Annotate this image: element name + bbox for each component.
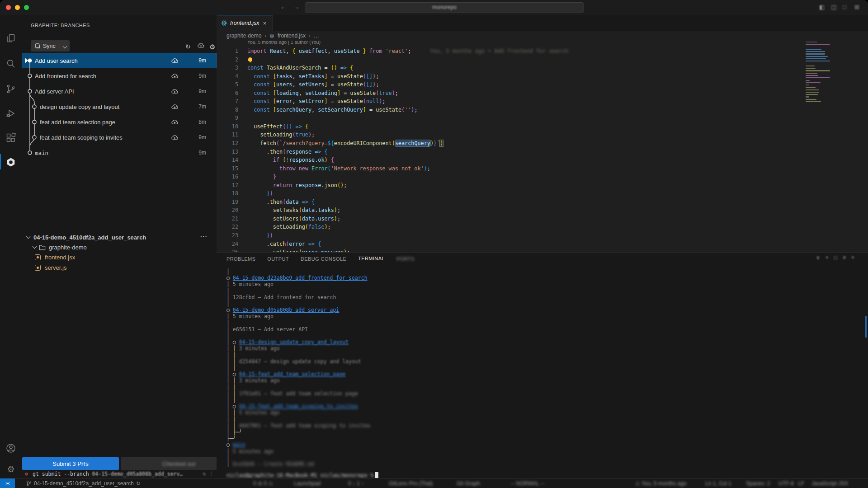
- branch-link[interactable]: 04-15-demo_d23a8be9_add_frontend_for_sea…: [233, 275, 368, 281]
- branch-link[interactable]: main: [233, 441, 245, 448]
- branch-link[interactable]: 04-15-feat_add_team_scoping_to_invites: [239, 403, 358, 409]
- gear-icon[interactable]: ⚙: [209, 43, 215, 51]
- branch-link[interactable]: 04-15-feat_add_team_selection_page: [239, 371, 345, 377]
- status-item[interactable]: Spaces: 2: [746, 479, 770, 488]
- cloud-upload-icon[interactable]: [197, 42, 205, 50]
- code-line-9[interactable]: 9: [217, 114, 868, 122]
- cloud-upload-icon[interactable]: [171, 88, 179, 96]
- code-line-8[interactable]: 8 const [searchQuery, setSearchQuery] = …: [217, 106, 868, 114]
- code-line-22[interactable]: 22 setLoading(false);: [217, 223, 868, 231]
- tab-debug-console[interactable]: DEBUG CONSOLE: [301, 253, 346, 265]
- status-item[interactable]: LF: [798, 479, 804, 488]
- breadcrumb[interactable]: graphite-demo › frontend.jsx › …: [217, 31, 868, 41]
- cloud-upload-icon[interactable]: [171, 134, 179, 142]
- tree-item-graphite-demo[interactable]: graphite-demo: [22, 242, 217, 253]
- tree-item-frontend-jsx[interactable]: frontend.jsx: [22, 253, 217, 263]
- explorer-icon[interactable]: [5, 33, 16, 44]
- branch-row[interactable]: feat add team scoping to invites9m: [22, 130, 217, 145]
- codelens-annotation[interactable]: You, 5 months ago | 1 author (You): [247, 41, 321, 47]
- code-line-19[interactable]: 19 .then(data => {: [217, 198, 868, 206]
- minimize-traffic-light-icon[interactable]: [15, 5, 20, 10]
- code-line-5[interactable]: 5 const [users, setUsers] = useState([])…: [217, 80, 868, 89]
- run-and-debug-icon[interactable]: [5, 108, 16, 119]
- branch-row[interactable]: main9m: [22, 145, 217, 160]
- branch-row[interactable]: Add frontend for search9m: [22, 68, 217, 84]
- remote-indicator[interactable]: ><: [0, 479, 15, 488]
- status-item[interactable]: -- NORMAL --: [511, 479, 544, 488]
- breadcrumb-file[interactable]: frontend.jsx: [278, 33, 306, 39]
- tab-terminal[interactable]: TERMINAL: [358, 253, 385, 265]
- cloud-upload-icon[interactable]: [171, 73, 179, 80]
- source-control-icon[interactable]: [5, 84, 16, 94]
- tab-problems[interactable]: PROBLEMS: [226, 253, 255, 265]
- accounts-icon[interactable]: [5, 443, 16, 454]
- panel-toggle-icon[interactable]: ◫: [831, 4, 836, 10]
- status-item[interactable]: Ln 1, Col 1: [705, 479, 731, 488]
- code-line-2[interactable]: 2: [217, 56, 868, 64]
- code-line-17[interactable]: 17 return response.json();: [217, 181, 868, 190]
- code-line-13[interactable]: 13 .then(response => {: [217, 148, 868, 156]
- code-line-12[interactable]: 12 fetch(`/search?query=${encodeURICompo…: [217, 139, 868, 148]
- code-line-10[interactable]: 10 useEffect(() => {: [217, 122, 868, 131]
- code-line-15[interactable]: 15 throw new Error('Network response was…: [217, 164, 868, 173]
- branch-row[interactable]: design update copy and layout7m: [22, 99, 217, 114]
- status-item[interactable]: UTF-8: [778, 479, 794, 488]
- terminal-prompt[interactable]: niclas@graphite-16-MacBook-M1 niclas/mon…: [226, 472, 378, 479]
- terminal-scrollbar[interactable]: [865, 316, 867, 338]
- terminal-output[interactable]: │○ 04-15-demo_d23a8be9_add_frontend_for_…: [226, 268, 371, 467]
- search-icon[interactable]: [5, 58, 16, 69]
- status-item[interactable]: 0 ⊘ 0 ⚠: [253, 479, 273, 488]
- tab-frontend-jsx[interactable]: frontend.jsx ×: [217, 15, 273, 31]
- cloud-upload-icon[interactable]: [171, 119, 179, 127]
- status-item[interactable]: 0 ↓ 1 ↑: [348, 479, 364, 488]
- status-item[interactable]: GitLens Pro (Trial): [389, 479, 433, 488]
- code-line-1[interactable]: 1import React, { useEffect, useState } f…: [217, 47, 868, 56]
- branch-row[interactable]: feat add team selection page8m: [22, 114, 217, 130]
- command-status-icons[interactable]: ↻ ⋮: [203, 471, 214, 477]
- branch-link[interactable]: 04-15-demo_d05a808b_add_server_api: [233, 307, 339, 313]
- submit-prs-button[interactable]: Submit 3 PRs: [22, 457, 119, 470]
- code-line-21[interactable]: 21 setUsers(data.users);: [217, 215, 868, 223]
- status-item[interactable]: Launchpad: [294, 479, 321, 488]
- code-line-16[interactable]: 16 }: [217, 173, 868, 181]
- branch-link[interactable]: 04-15-design_update_copy_and_layout: [239, 339, 349, 345]
- tab-close-icon[interactable]: ×: [263, 20, 267, 27]
- secondary-sidebar-toggle-icon[interactable]: □: [843, 4, 846, 10]
- zoom-traffic-light-icon[interactable]: [24, 5, 29, 10]
- breadcrumb-symbol[interactable]: …: [314, 33, 319, 39]
- code-line-18[interactable]: 18 }): [217, 189, 868, 198]
- code-line-23[interactable]: 23 }): [217, 231, 868, 240]
- status-item[interactable]: Git Graph: [457, 479, 480, 488]
- extensions-icon[interactable]: [5, 132, 16, 143]
- status-branch-item[interactable]: 04-15-demo_4510df2a_add_user_search ↻: [26, 479, 141, 488]
- refresh-icon[interactable]: ↻: [185, 43, 191, 50]
- branch-row[interactable]: Add user search9m: [22, 53, 217, 68]
- branch-row[interactable]: Add server API9m: [22, 84, 217, 99]
- cloud-upload-icon[interactable]: [171, 57, 179, 65]
- code-line-25[interactable]: 25 setError(error.message);: [217, 248, 868, 252]
- history-nav-arrows[interactable]: ←→: [280, 3, 306, 10]
- tree-header[interactable]: 04-15-demo_4510df2a_add_user_search ···: [22, 232, 217, 242]
- close-traffic-light-icon[interactable]: [6, 5, 11, 10]
- lightbulb-icon[interactable]: [248, 57, 252, 61]
- code-line-4[interactable]: 4 const [tasks, setTasks] = useState([])…: [217, 72, 868, 81]
- status-item[interactable]: JavaScript JSX: [811, 479, 848, 488]
- code-line-20[interactable]: 20 setTasks(data.tasks);: [217, 206, 868, 215]
- sync-button[interactable]: Sync: [31, 40, 70, 52]
- code-editor[interactable]: You, 5 months ago | 1 author (You) 1impo…: [217, 41, 868, 252]
- code-line-6[interactable]: 6 const [loading, setLoading] = useState…: [217, 89, 868, 98]
- command-center[interactable]: monorepo: [305, 2, 584, 13]
- tree-item-server-js[interactable]: server.js: [22, 263, 217, 273]
- minimap[interactable]: [806, 42, 833, 103]
- tab-ports[interactable]: PORTS: [396, 253, 415, 265]
- tab-output[interactable]: OUTPUT: [267, 253, 289, 265]
- more-actions-icon[interactable]: ···: [200, 233, 208, 239]
- status-item[interactable]: ⚠ You, 5 months ago: [635, 479, 687, 488]
- graphite-icon[interactable]: [5, 157, 16, 168]
- customize-layout-icon[interactable]: ⊞: [854, 4, 859, 10]
- code-line-11[interactable]: 11 setLoading(true);: [217, 131, 868, 139]
- code-line-14[interactable]: 14 if (!response.ok) {: [217, 156, 868, 164]
- layout-toggle-icon[interactable]: ◧: [819, 4, 825, 10]
- sync-dropdown-button[interactable]: [60, 43, 70, 49]
- settings-gear-icon[interactable]: ⚙: [5, 464, 16, 475]
